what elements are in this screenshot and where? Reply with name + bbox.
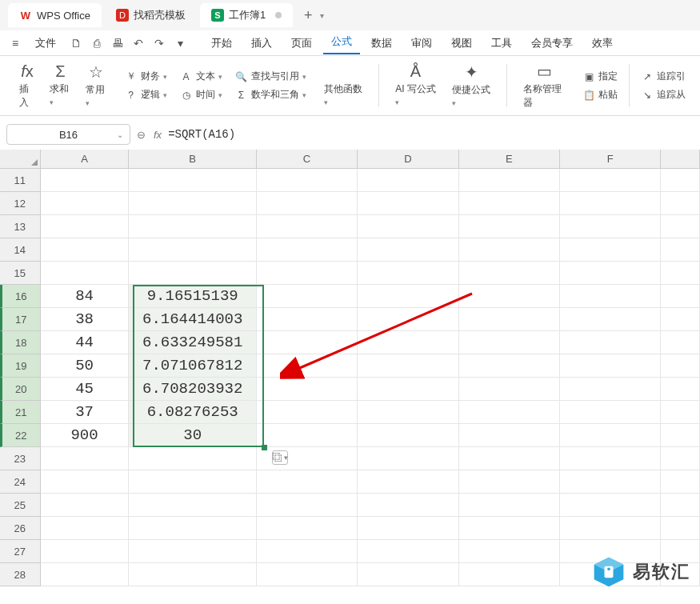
cell-A19[interactable]: 50 (41, 354, 130, 378)
cell-D15[interactable] (358, 262, 458, 285)
ai-formula-button[interactable]: Å AI 写公式 ▾ (390, 61, 441, 110)
row-header-14[interactable]: 14 (0, 238, 41, 262)
cell-G13[interactable] (661, 215, 700, 238)
cell-G26[interactable] (661, 517, 700, 540)
cell-E22[interactable] (459, 424, 560, 447)
common-functions-button[interactable]: ☆ 常用 ▾ (81, 61, 112, 110)
cell-C25[interactable] (257, 494, 358, 517)
cell-B28[interactable] (129, 563, 256, 586)
cell-F13[interactable] (560, 215, 661, 238)
cell-A24[interactable] (41, 470, 130, 494)
cell-F16[interactable] (560, 285, 661, 308)
cell-G15[interactable] (661, 262, 700, 285)
menu-page[interactable]: 页面 (283, 33, 320, 54)
print-icon[interactable]: 🖶 (109, 37, 126, 50)
cell-D11[interactable] (358, 169, 458, 192)
row-header-11[interactable]: 11 (0, 169, 41, 192)
row-header-13[interactable]: 13 (0, 215, 41, 238)
cell-C18[interactable] (257, 331, 358, 354)
cell-E23[interactable] (459, 447, 560, 470)
menu-data[interactable]: 数据 (363, 33, 400, 54)
cell-F12[interactable] (560, 192, 661, 215)
row-header-15[interactable]: 15 (0, 262, 41, 285)
cancel-formula-icon[interactable]: ⊖ (137, 129, 146, 141)
cell-E21[interactable] (459, 401, 560, 424)
col-header-B[interactable]: B (129, 150, 256, 169)
cell-G22[interactable] (661, 424, 700, 447)
col-header-extra[interactable] (661, 150, 700, 169)
time-functions-button[interactable]: ◷时间▾ (180, 88, 222, 102)
cell-F17[interactable] (560, 308, 661, 331)
undo-icon[interactable]: ↶ (130, 37, 147, 50)
cell-F22[interactable] (560, 424, 661, 447)
cell-C11[interactable] (257, 169, 358, 192)
quick-formula-button[interactable]: ✦ 便捷公式 ▾ (447, 61, 495, 110)
cell-B26[interactable] (129, 517, 256, 540)
row-header-12[interactable]: 12 (0, 192, 41, 215)
cell-G20[interactable] (661, 378, 700, 401)
cell-D14[interactable] (358, 238, 458, 262)
cell-F19[interactable] (560, 354, 661, 378)
cell-A12[interactable] (41, 192, 130, 215)
cell-B22[interactable]: 30 (129, 424, 256, 447)
cell-D17[interactable] (358, 308, 458, 331)
formula-input[interactable] (168, 124, 694, 145)
cell-B15[interactable] (129, 262, 256, 285)
cell-A28[interactable] (41, 563, 130, 586)
cell-A26[interactable] (41, 517, 130, 540)
cell-C15[interactable] (257, 262, 358, 285)
cell-E18[interactable] (459, 331, 560, 354)
row-header-27[interactable]: 27 (0, 540, 41, 563)
tab-dropdown-icon[interactable]: ▾ (320, 11, 324, 20)
menu-formula[interactable]: 公式 (323, 31, 360, 54)
cell-C12[interactable] (257, 192, 358, 215)
menu-start[interactable]: 开始 (203, 33, 240, 54)
spreadsheet-grid[interactable]: A B C D E F 111213141516849.165151391738… (0, 150, 700, 586)
cell-C27[interactable] (257, 540, 358, 563)
cell-C21[interactable] (257, 401, 358, 424)
row-header-23[interactable]: 23 (0, 447, 41, 470)
print-preview-icon[interactable]: ⎙ (88, 37, 106, 50)
define-name-button[interactable]: ▣指定 (582, 70, 618, 83)
row-header-21[interactable]: 21 (0, 401, 41, 424)
hamburger-icon[interactable]: ≡ (6, 37, 24, 50)
row-header-25[interactable]: 25 (0, 494, 41, 517)
cell-D28[interactable] (358, 563, 458, 586)
cell-C16[interactable] (257, 285, 358, 308)
trace-dependents-button[interactable]: ↘追踪从 (641, 88, 686, 102)
cell-E13[interactable] (459, 215, 560, 238)
cell-B14[interactable] (129, 238, 256, 262)
math-functions-button[interactable]: Σ数学和三角▾ (235, 88, 306, 102)
cell-C17[interactable] (257, 308, 358, 331)
cell-G25[interactable] (661, 494, 700, 517)
save-icon[interactable]: 🗋 (67, 37, 85, 50)
select-all-corner[interactable] (0, 150, 41, 169)
cell-D13[interactable] (358, 215, 458, 238)
trace-precedents-button[interactable]: ↗追踪引 (641, 70, 686, 83)
cell-E15[interactable] (459, 262, 560, 285)
cell-E26[interactable] (459, 517, 560, 540)
cell-G19[interactable] (661, 354, 700, 378)
cell-E28[interactable] (459, 563, 560, 586)
cell-E11[interactable] (459, 169, 560, 192)
cell-B19[interactable]: 7.071067812 (129, 354, 256, 378)
insert-function-button[interactable]: fx 插入 (14, 61, 40, 110)
menu-efficiency[interactable]: 效率 (584, 33, 621, 54)
cell-B25[interactable] (129, 494, 256, 517)
cell-E16[interactable] (459, 285, 560, 308)
cell-D12[interactable] (358, 192, 458, 215)
cell-E27[interactable] (459, 540, 560, 563)
row-header-19[interactable]: 19 (0, 354, 41, 378)
cell-C28[interactable] (257, 563, 358, 586)
cell-E19[interactable] (459, 354, 560, 378)
cell-A23[interactable] (41, 447, 130, 470)
cell-B23[interactable] (129, 447, 256, 470)
redo-icon[interactable]: ↷ (150, 37, 168, 50)
cell-E24[interactable] (459, 470, 560, 494)
cell-A13[interactable] (41, 215, 130, 238)
paste-name-button[interactable]: 📋粘贴 (582, 88, 618, 102)
col-header-A[interactable]: A (41, 150, 130, 169)
cell-A14[interactable] (41, 238, 130, 262)
cell-B16[interactable]: 9.16515139 (129, 285, 256, 308)
fx-icon[interactable]: fx (154, 129, 162, 141)
